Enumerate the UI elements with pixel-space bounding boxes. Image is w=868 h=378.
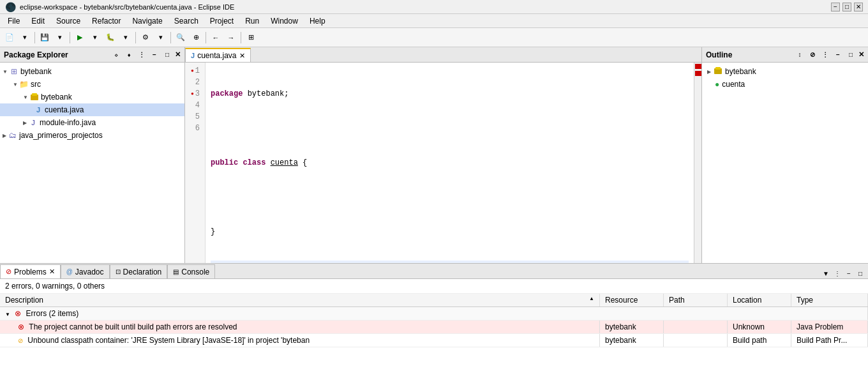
toolbar-btn9[interactable]: ⚙ (138, 31, 153, 45)
toolbar-btn13[interactable]: ← (209, 31, 223, 45)
package-tree: ▼ ⊞ bytebank ▼ 📁 src ▼ bytebank (0, 63, 184, 263)
menu-item-source[interactable]: Source (51, 15, 86, 27)
error-group-row[interactable]: ▼ ⊗ Errors (2 items) (0, 307, 868, 321)
menu-item-help[interactable]: Help (304, 15, 331, 27)
menu-item-file[interactable]: File (3, 15, 25, 27)
outline-expand-icon: ▶ (707, 69, 711, 75)
menu-item-refactor[interactable]: Refactor (87, 15, 126, 27)
javadoc-icon: @ (66, 268, 73, 275)
error-row-1[interactable]: ⊗ The project cannot be built until buil… (0, 321, 868, 334)
error-desc-1: ⊗ The project cannot be built until buil… (0, 321, 600, 334)
tab-javadoc[interactable]: @ Javadoc (61, 264, 110, 278)
toolbar-debug-btn[interactable]: 🐛 (103, 31, 117, 45)
menu-item-project[interactable]: Project (205, 15, 239, 27)
package-explorer-expand-btn[interactable]: ⬧ (124, 50, 134, 60)
error-type-1: Java Problem (791, 321, 868, 334)
tab-label: cuenta.java (197, 51, 236, 60)
toolbar-btn2[interactable]: ▾ (18, 31, 32, 45)
project-icon: ⊞ (9, 66, 19, 77)
bottom-min-btn[interactable]: − (844, 268, 854, 278)
sort-icon[interactable]: ▲ (589, 296, 594, 301)
outline-bytebank[interactable]: ▶ bytebank (705, 65, 865, 78)
package-explorer-collapse-btn[interactable]: ⬦ (111, 50, 121, 60)
tree-item-cuenta-java[interactable]: J cuenta.java (0, 103, 184, 116)
maximize-button[interactable]: □ (842, 3, 851, 11)
menu-item-window[interactable]: Window (266, 15, 303, 27)
code-line-3: public class cuenta { (211, 157, 689, 169)
outline-tree: ▶ bytebank ● cuenta (702, 63, 868, 93)
bottom-max-btn[interactable]: □ (855, 268, 865, 278)
tree-item-bytebank-pkg[interactable]: ▼ bytebank (0, 91, 184, 103)
titlebar-text: eclipse-workspace - bytebank/src/byteban… (20, 3, 234, 11)
menu-item-search[interactable]: Search (169, 15, 204, 27)
toolbar-btn12[interactable]: ⊕ (189, 31, 203, 45)
titlebar-title: 🌑 eclipse-workspace - bytebank/src/byteb… (5, 2, 234, 12)
outline-max-btn[interactable]: □ (846, 50, 856, 60)
toolbar-btn11[interactable]: 🔍 (174, 31, 188, 45)
error-scroll-marker (695, 64, 701, 69)
problems-icon: ⊘ (6, 268, 11, 276)
menu-item-run[interactable]: Run (240, 15, 264, 27)
tree-item-module-info[interactable]: ▶ J module-info.java (0, 116, 184, 129)
tree-item-java-primeros[interactable]: ▶ 🗂 java_primeros_projectos (0, 129, 184, 142)
toolbar-sep3 (135, 32, 136, 43)
menu-item-edit[interactable]: Edit (26, 15, 50, 27)
outline-title: Outline (706, 50, 792, 59)
package-explorer-menu-btn[interactable]: ⋮ (137, 50, 147, 60)
toolbar-btn14[interactable]: → (224, 31, 238, 45)
outline-min-btn[interactable]: − (833, 50, 843, 60)
package-explorer-min-btn[interactable]: − (149, 50, 160, 60)
expand-icon: ▼ (23, 94, 28, 100)
menubar: FileEditSourceRefactorNavigateSearchProj… (0, 14, 868, 28)
outline-menu-btn[interactable]: ⋮ (820, 50, 830, 60)
titlebar: 🌑 eclipse-workspace - bytebank/src/byteb… (0, 0, 868, 14)
tab-label: Problems (14, 268, 47, 276)
error-desc-2: ⊘ Unbound classpath container: 'JRE Syst… (0, 334, 600, 347)
error-group-icon: ⊗ (15, 309, 21, 318)
editor-scrollbar[interactable] (694, 63, 701, 263)
toolbar-new-btn[interactable]: 📄 (3, 31, 17, 45)
problems-tab-close[interactable]: ✕ (49, 268, 55, 276)
toolbar-btn6[interactable]: ▾ (88, 31, 102, 45)
bottom-menu-btn[interactable]: ⋮ (832, 268, 842, 278)
tree-item-bytebank[interactable]: ▼ ⊞ bytebank (0, 65, 184, 78)
tree-label: cuenta.java (45, 105, 84, 114)
toolbar-run-btn[interactable]: ▶ (73, 31, 87, 45)
project2-icon: 🗂 (8, 130, 18, 140)
minimize-button[interactable]: − (831, 3, 840, 11)
bottom-filter-btn[interactable]: ▼ (821, 268, 831, 278)
outline-filter-btn[interactable]: ⊘ (807, 50, 818, 60)
toolbar-btn10[interactable]: ▾ (154, 31, 168, 45)
tab-label: Declaration (123, 268, 162, 276)
java-tab-icon: J (191, 52, 195, 59)
tab-console[interactable]: ▤ Console (167, 264, 215, 278)
package-explorer-max-btn[interactable]: □ (162, 50, 172, 60)
outline-close-btn[interactable]: ✕ (858, 50, 864, 59)
problems-table: Description ▲ Resource Path Location Typ… (0, 294, 868, 347)
outline-sort-btn[interactable]: ↕ (795, 50, 805, 60)
tab-declaration[interactable]: ⊡ Declaration (110, 264, 168, 278)
problems-summary: 2 errors, 0 warnings, 0 others (0, 279, 868, 294)
package-explorer-close-btn[interactable]: ✕ (175, 50, 181, 59)
tree-label: src (31, 80, 41, 89)
tab-problems[interactable]: ⊘ Problems ✕ (0, 264, 61, 278)
bottom-area: ⊘ Problems ✕ @ Javadoc ⊡ Declaration ▤ C… (0, 263, 868, 378)
error-text-1: The project cannot be built until build … (29, 322, 237, 331)
close-button[interactable]: ✕ (854, 3, 863, 11)
menu-item-navigate[interactable]: Navigate (127, 15, 167, 27)
editor-tab-cuenta[interactable]: J cuenta.java ✕ (185, 48, 251, 62)
tree-item-src[interactable]: ▼ 📁 src (0, 78, 184, 91)
outline-panel: Outline ↕ ⊘ ⋮ − □ ✕ ▶ bytebank (702, 47, 868, 263)
col-resource: Resource (600, 294, 664, 307)
error-row-2[interactable]: ⊘ Unbound classpath container: 'JRE Syst… (0, 334, 868, 347)
toolbar-perspective-btn[interactable]: ⊞ (244, 31, 258, 45)
editor-panel: J cuenta.java ✕ ●1 2 ●3 4 5 6 (185, 47, 702, 263)
toolbar-btn8[interactable]: ▾ (119, 31, 133, 45)
toolbar-btn4[interactable]: ▾ (53, 31, 67, 45)
toolbar-save-btn[interactable]: 💾 (38, 31, 52, 45)
tab-close-btn[interactable]: ✕ (239, 52, 245, 60)
outline-cuenta[interactable]: ● cuenta (705, 78, 865, 91)
error-group-label: ▼ ⊗ Errors (2 items) (0, 307, 868, 321)
col-location: Location (728, 294, 791, 307)
code-area[interactable]: package bytebank; public class cuenta { … (206, 63, 694, 263)
